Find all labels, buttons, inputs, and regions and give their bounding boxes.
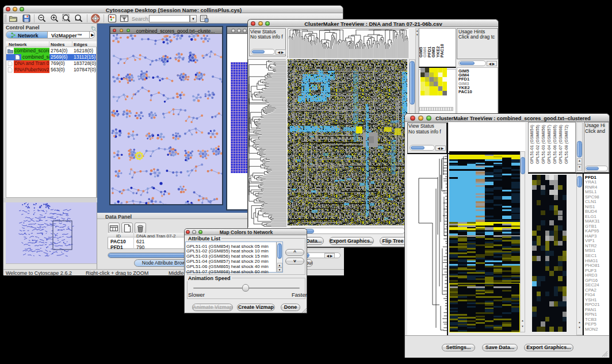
svg-text:GPL51-02 (GSM855): GPL51-02 (GSM855) (535, 125, 540, 164)
svg-text:GPL51-08 (GSM872): GPL51-08 (GSM872) (564, 125, 569, 164)
svg-text:GPL51-06 (GSM865): GPL51-06 (GSM865) (552, 125, 557, 164)
svg-text:PAC10: PAC10 (439, 44, 445, 58)
svg-text:GPL51-03 (GSM856): GPL51-03 (GSM856) (541, 125, 546, 164)
svg-text:GPL51-07 (GSM868): GPL51-07 (GSM868) (558, 125, 563, 164)
svg-text:GPL51-01 (GSM854): GPL51-01 (GSM854) (529, 125, 534, 164)
svg-text:GPL51-04 (GSM857): GPL51-04 (GSM857) (546, 125, 552, 164)
